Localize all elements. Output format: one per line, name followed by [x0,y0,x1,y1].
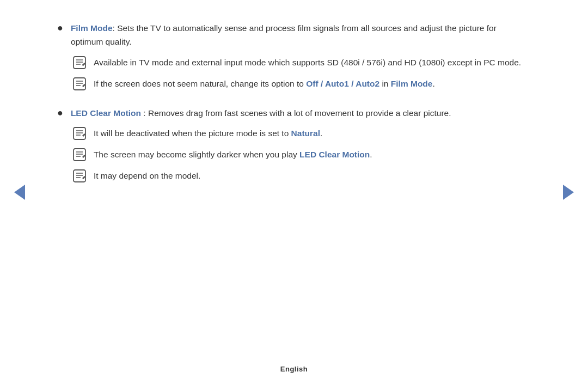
film-mode-item: ● Film Mode: Sets the TV to automaticall… [57,22,531,97]
footer-language: English [0,365,588,373]
film-mode-label: Film Mode [71,23,113,33]
led-sub-items: It will be deactivated when the picture … [72,125,451,184]
led-sub-text-3: It may depend on the model. [94,168,200,183]
left-arrow-icon [14,185,25,200]
led-clear-motion-text: LED Clear Motion : Removes drag from fas… [71,107,451,190]
film-mode-sub-text-1: Available in TV mode and external input … [94,54,521,70]
svg-rect-4 [74,78,85,90]
note-icon-5 [72,168,87,184]
film-mode-text: Film Mode: Sets the TV to automatically … [71,22,531,97]
film-mode-highlight: Film Mode [391,79,433,88]
film-mode-sub-items: Available in TV mode and external input … [72,54,531,92]
film-mode-sub-text-2: If the screen does not seem natural, cha… [94,76,435,91]
led-sub-item-3: It may depend on the model. [72,168,451,184]
film-mode-sub-item-1: Available in TV mode and external input … [72,54,531,70]
svg-rect-8 [74,127,85,139]
content-area: ● Film Mode: Sets the TV to automaticall… [57,16,531,189]
led-clear-motion-item: ● LED Clear Motion : Removes drag from f… [57,107,531,190]
bullet-dot-2: ● [57,107,63,119]
led-sub-item-1: It will be deactivated when the picture … [72,125,451,141]
bullet-dot: ● [57,22,63,34]
svg-rect-0 [74,57,85,69]
led-sub-text-2: The screen may become slightly darker wh… [94,147,372,162]
note-icon-4 [72,147,87,162]
language-label: English [280,365,308,373]
led-clear-motion-highlight2: LED Clear Motion [299,150,370,159]
note-icon-1 [72,55,87,70]
led-sub-item-2: The screen may become slightly darker wh… [72,147,451,162]
page-container: ● Film Mode: Sets the TV to automaticall… [0,0,588,384]
right-arrow-icon [563,185,574,200]
led-clear-motion-label: LED Clear Motion [71,108,141,118]
nav-arrow-right[interactable] [561,185,576,200]
film-mode-sub-item-2: If the screen does not seem natural, cha… [72,76,531,92]
led-clear-motion-description: : Removes drag from fast scenes with a l… [141,108,451,118]
nav-arrow-left[interactable] [12,185,27,200]
off-auto-highlight: Off / Auto1 / Auto2 [306,79,379,88]
led-sub-text-1: It will be deactivated when the picture … [94,125,322,141]
note-icon-2 [72,76,87,92]
svg-rect-16 [74,170,85,182]
film-mode-description: : Sets the TV to automatically sense and… [71,23,497,46]
natural-highlight: Natural [291,129,320,138]
note-icon-3 [72,126,87,141]
svg-rect-12 [74,149,85,161]
